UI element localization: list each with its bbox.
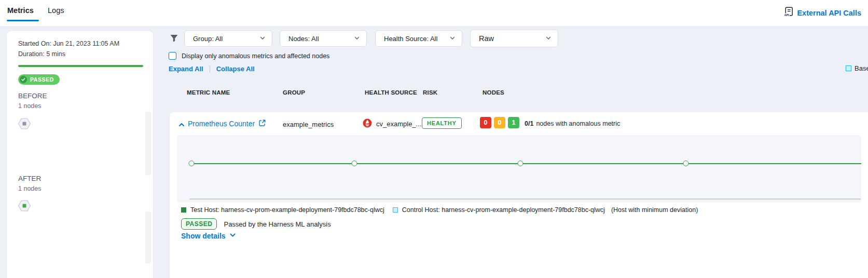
verification-progress-bar <box>18 65 143 67</box>
after-node-hexagon[interactable] <box>17 198 32 213</box>
started-on-text: Started On: Jun 21, 2023 11:05 AM <box>18 40 119 47</box>
test-host-label: Test Host: harness-cv-prom-example-deplo… <box>190 206 384 214</box>
api-document-icon: API <box>784 7 793 19</box>
status-badge-label: PASSED <box>30 76 54 83</box>
control-host-swatch-icon <box>393 207 398 213</box>
anomalous-checkbox[interactable] <box>169 52 176 60</box>
top-tab-bar: Metrics Logs API External API Calls <box>0 0 868 26</box>
duration-text: Duration: 5 mins <box>18 50 65 58</box>
view-mode-value: Raw <box>479 34 494 43</box>
chevron-up-icon[interactable] <box>178 121 185 130</box>
chevron-down-icon <box>259 35 266 43</box>
healthy-count-chip: 1 <box>508 117 519 128</box>
column-header-health-source: HEALTH SOURCE <box>365 89 417 96</box>
metric-timeseries-chart <box>177 135 861 203</box>
external-api-calls-button[interactable]: API External API Calls <box>784 7 861 19</box>
nodes-ratio: 0/1 <box>525 120 533 127</box>
chart-legend: Test Host: harness-cv-prom-example-deplo… <box>181 206 698 214</box>
external-link-icon <box>259 120 266 128</box>
active-tab-underline <box>7 20 39 21</box>
control-host-label: Control Host: harness-cv-prom-example-de… <box>402 206 605 214</box>
chevron-down-icon <box>354 35 360 43</box>
before-section-title: BEFORE <box>18 92 47 100</box>
chart-data-point[interactable] <box>683 161 689 166</box>
before-node-hexagon[interactable] <box>17 116 32 131</box>
svg-text:API: API <box>784 14 790 17</box>
metric-group-cell: example_metrics <box>283 121 334 128</box>
check-icon <box>20 76 27 83</box>
baseline-swatch-icon <box>846 65 851 71</box>
after-node-count: 1 nodes <box>18 185 41 192</box>
nodes-summary-label: nodes with anomalous metric <box>536 120 620 127</box>
verification-summary-panel: Started On: Jun 21, 2023 11:05 AM Durati… <box>7 31 153 278</box>
chevron-down-icon <box>545 34 552 43</box>
analysis-status-badge: PASSED <box>181 218 217 230</box>
control-host-note: (Host with minimum deviation) <box>611 206 698 214</box>
health-source-filter-dropdown[interactable]: Health Source: All <box>375 30 462 47</box>
prometheus-icon <box>363 118 372 129</box>
group-filter-dropdown[interactable]: Group: All <box>184 30 272 47</box>
external-api-calls-label: External API Calls <box>797 9 861 17</box>
verification-metrics-page: Metrics Logs API External API Calls Star… <box>0 0 868 278</box>
legend-control-host: Control Host: harness-cv-prom-example-de… <box>393 206 698 214</box>
analysis-result-row: PASSED Passed by the Harness ML analysis <box>181 218 331 230</box>
chart-series-line <box>189 163 861 164</box>
anomalous-checkbox-label: Display only anomalous metrics and affec… <box>182 52 329 60</box>
column-header-nodes: NODES <box>483 89 504 96</box>
show-details-link[interactable]: Show details <box>181 232 236 240</box>
observe-count-chip: 0 <box>494 117 505 128</box>
baseline-legend-toggle[interactable]: Base <box>846 64 868 72</box>
chevron-down-icon <box>229 232 236 240</box>
status-badge: PASSED <box>18 74 60 85</box>
column-header-group: GROUP <box>283 89 305 96</box>
after-section-title: AFTER <box>18 175 41 182</box>
column-header-metric-name: METRIC NAME <box>187 89 230 96</box>
legend-test-host: Test Host: harness-cv-prom-example-deplo… <box>181 206 384 214</box>
chart-data-point[interactable] <box>188 161 194 166</box>
chart-data-point[interactable] <box>351 161 357 166</box>
anomalous-count-chip: 0 <box>480 117 491 128</box>
expand-collapse-links: Expand All Collapse All <box>169 65 255 73</box>
chevron-down-icon <box>449 35 456 43</box>
view-mode-dropdown[interactable]: Raw <box>470 30 558 47</box>
filter-funnel-icon <box>170 34 178 45</box>
chart-data-point[interactable] <box>518 161 523 166</box>
before-node-count: 1 nodes <box>18 102 41 110</box>
analysis-status-text: Passed by the Harness ML analysis <box>224 220 330 228</box>
metric-row-card: Prometheus Counter example_metrics cv_ex… <box>170 112 868 278</box>
risk-status-badge: HEALTHY <box>422 117 462 129</box>
health-source-name: cv_example_... <box>376 120 421 128</box>
column-header-risk: RISK <box>423 89 437 96</box>
health-source-cell: cv_example_... <box>363 118 421 129</box>
nodes-filter-value: Nodes: All <box>288 35 319 43</box>
nodes-summary-text: 0/1nodes with anomalous metric <box>525 120 620 127</box>
baseline-label: Base <box>855 64 868 72</box>
nodes-filter-dropdown[interactable]: Nodes: All <box>280 30 367 47</box>
metric-name-label: Prometheus Counter <box>188 120 255 128</box>
collapse-all-link[interactable]: Collapse All <box>210 65 255 73</box>
node-count-chips: 0 0 1 <box>480 117 519 128</box>
chart-x-axis-line <box>189 198 861 200</box>
tab-logs[interactable]: Logs <box>48 6 64 15</box>
group-filter-value: Group: All <box>193 35 223 43</box>
health-source-filter-value: Health Source: All <box>384 35 437 43</box>
metric-name-link[interactable]: Prometheus Counter <box>188 120 266 128</box>
tab-metrics[interactable]: Metrics <box>7 6 34 15</box>
expand-all-link[interactable]: Expand All <box>169 65 210 73</box>
anomalous-filter-row: Display only anomalous metrics and affec… <box>169 52 329 60</box>
before-nodes-scrollbar[interactable] <box>145 112 151 175</box>
show-details-label: Show details <box>181 232 226 240</box>
after-nodes-scrollbar[interactable] <box>145 211 151 263</box>
test-host-swatch-icon <box>181 207 186 213</box>
